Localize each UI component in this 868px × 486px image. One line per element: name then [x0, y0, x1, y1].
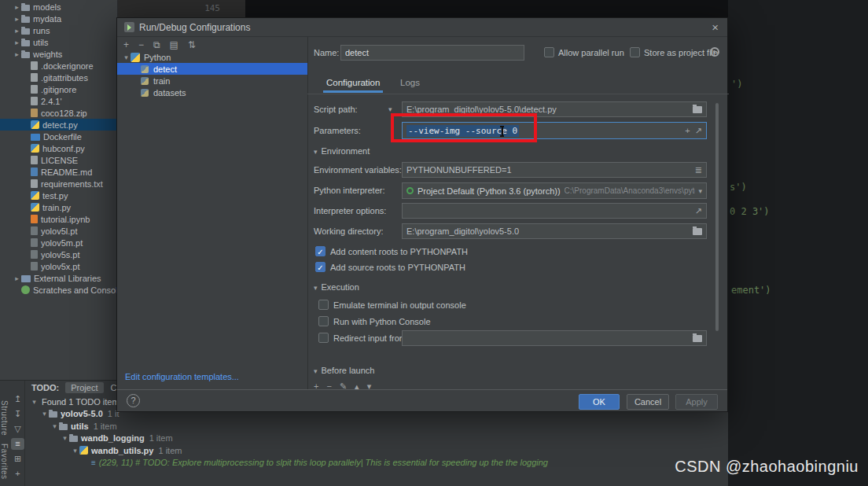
config-item-detect[interactable]: detect	[117, 63, 307, 75]
redirect-input-field[interactable]	[402, 330, 707, 346]
project-tree-item-models[interactable]: ▸models	[0, 1, 117, 13]
before-launch-section-header[interactable]: ▾Before launch	[314, 366, 374, 375]
project-tree-item-dockerfile[interactable]: Dockerfile	[0, 131, 117, 142]
tree-node-label: Python	[144, 53, 171, 62]
env-vars-label: Environment variables:	[314, 165, 402, 175]
project-tree-item-scratches-and-consoles[interactable]: Scratches and Consoles	[0, 284, 117, 296]
expand-field-icon[interactable]: ↗	[695, 126, 702, 136]
editor-code-area-right	[728, 0, 868, 486]
code-fragment: ')	[731, 79, 742, 90]
todo-tool-icon[interactable]: ≡	[11, 438, 24, 450]
project-tree-item-external-libraries[interactable]: ▸External Libraries	[0, 272, 117, 284]
project-tree-item-coco128-zip[interactable]: coco128.zip	[0, 107, 117, 119]
todo-tree-row[interactable]: ▾utils1 item	[25, 420, 728, 433]
run-config-icon	[124, 22, 134, 32]
emulate-terminal-checkbox[interactable]	[318, 300, 329, 310]
project-tree-item-yolov5m-pt[interactable]: yolov5m.pt	[0, 237, 117, 249]
project-tree-item-yolov5l-pt[interactable]: yolov5l.pt	[0, 225, 117, 237]
tool-tab-favorites[interactable]: Favorites	[0, 444, 9, 480]
project-tree-item-yolov5s-pt[interactable]: yolov5s.pt	[0, 249, 117, 260]
browse-env-vars-icon[interactable]: ≣	[695, 165, 702, 175]
ok-button[interactable]: OK	[579, 394, 620, 410]
tool-tab-structure[interactable]: Structure	[0, 400, 9, 436]
config-item-datasets[interactable]: datasets	[117, 87, 307, 98]
parameters-label: Parameters:	[314, 126, 361, 135]
add-content-roots-checkbox[interactable]: ✓	[315, 246, 326, 256]
folder-icon	[49, 411, 57, 418]
chevron-down-icon: ▾	[314, 367, 318, 375]
browse-folder-icon[interactable]	[693, 335, 702, 342]
sort-configurations-icon[interactable]: ⇅	[188, 39, 196, 51]
dialog-footer: ? OK Cancel Apply	[117, 389, 727, 411]
copy-configuration-icon[interactable]: ⧉	[153, 39, 160, 51]
apply-button[interactable]: Apply	[675, 394, 718, 410]
allow-parallel-checkbox[interactable]	[544, 47, 554, 57]
save-configuration-icon[interactable]: ▤	[170, 39, 178, 51]
store-project-checkbox[interactable]	[630, 47, 640, 57]
project-tree-item-yolov5x-pt[interactable]: yolov5x.pt	[0, 260, 117, 272]
tab-logs[interactable]: Logs	[397, 73, 423, 93]
add-configuration-icon[interactable]: +	[123, 39, 129, 51]
project-tree-item-tutorial-ipynb[interactable]: tutorial.ipynb	[0, 213, 117, 225]
run-python-console-checkbox[interactable]	[318, 316, 329, 326]
interpreter-select[interactable]: Project Default (Python 3.6 (pytorch)) C…	[402, 182, 707, 199]
edit-templates-link[interactable]: Edit configuration templates...	[125, 372, 239, 381]
name-input[interactable]: detect	[340, 45, 524, 61]
project-tree-item-hubconf-py[interactable]: hubconf.py	[0, 142, 117, 154]
filter-icon[interactable]: ▽	[11, 423, 24, 435]
project-tree-item-readme-md[interactable]: README.md	[0, 166, 117, 178]
config-label: detect	[153, 64, 177, 74]
todo-tree-row[interactable]: ≡(229, 11) # TODO: Explore multiprocessi…	[25, 457, 728, 469]
remove-configuration-icon[interactable]: −	[138, 39, 144, 51]
gear-icon[interactable]	[710, 47, 719, 57]
insert-macro-icon[interactable]: +	[685, 126, 690, 135]
working-dir-input[interactable]: E:\program_digitol\yolov5-5.0	[402, 223, 707, 239]
collapse-all-icon[interactable]: ↥	[11, 393, 24, 405]
project-tree-item-dockerignore[interactable]: .dockerignore	[0, 60, 117, 72]
help-button[interactable]: ?	[127, 394, 140, 407]
tree-node-python[interactable]: ▾ Python	[117, 51, 307, 63]
add-content-roots-label: Add content roots to PYTHONPATH	[330, 247, 468, 256]
run-debug-configurations-dialog: Run/Debug Configurations × +−⧉▤⇅ ▾ Pytho…	[116, 17, 728, 412]
env-vars-input[interactable]: PYTHONUNBUFFERED=1 ≣	[402, 162, 707, 178]
tool-window-bar: Structure Favorites ↥↧▽≡⊞+	[0, 381, 25, 486]
config-item-train[interactable]: train	[117, 75, 307, 87]
project-tree-item-gitattributes[interactable]: .gitattributes	[0, 72, 117, 83]
expand-field-icon[interactable]: ↗	[695, 206, 702, 216]
project-tree-item-utils[interactable]: ▸utils	[0, 36, 117, 48]
library-icon	[21, 275, 31, 282]
expand-all-icon[interactable]: ↧	[11, 408, 24, 420]
interpreter-options-input[interactable]: ↗	[402, 203, 707, 219]
redirect-input-checkbox[interactable]	[318, 333, 329, 343]
python-icon	[31, 144, 39, 153]
project-tree-item-detect-py[interactable]: detect.py	[0, 119, 117, 131]
add-source-roots-checkbox[interactable]: ✓	[315, 262, 326, 272]
group-by-icon[interactable]: ⊞	[11, 453, 24, 465]
browse-folder-icon[interactable]	[693, 228, 702, 235]
todo-tree-row[interactable]: ▾wandb_utils.py1 item	[25, 444, 728, 457]
add-icon[interactable]: +	[11, 468, 24, 480]
environment-section-header[interactable]: ▾Environment	[314, 146, 370, 156]
project-tree-item-test-py[interactable]: test.py	[0, 190, 117, 201]
project-tree-item-gitignore[interactable]: .gitignore	[0, 83, 117, 95]
todo-tree-row[interactable]: ▾wandb_logging1 item	[25, 433, 728, 445]
item-label: .gitattributes	[41, 73, 88, 83]
dialog-titlebar[interactable]: Run/Debug Configurations ×	[117, 18, 727, 37]
project-tree-item-train-py[interactable]: train.py	[0, 201, 117, 213]
todo-toolbar: ↥↧▽≡⊞+	[10, 393, 25, 480]
project-tree-item-requirements-txt[interactable]: requirements.txt	[0, 178, 117, 190]
todo-tab-project[interactable]: Project	[65, 382, 103, 393]
execution-section-header[interactable]: ▾Execution	[314, 282, 359, 292]
todo-count: 1 item	[158, 446, 182, 455]
form-scrollbar[interactable]	[715, 103, 719, 331]
project-tree-item-weights[interactable]: ▸weights	[0, 48, 117, 60]
browse-folder-icon[interactable]	[693, 106, 702, 113]
project-tree-item-2-4-1[interactable]: 2.4.1'	[0, 95, 117, 107]
project-tree-item-license[interactable]: LICENSE	[0, 154, 117, 166]
cancel-button[interactable]: Cancel	[627, 394, 669, 410]
project-tree-item-mydata[interactable]: ▸mydata	[0, 13, 117, 24]
project-tree-item-runs[interactable]: ▸runs	[0, 24, 117, 36]
script-path-dropdown-icon[interactable]: ▾	[388, 105, 392, 113]
tab-configuration[interactable]: Configuration	[323, 73, 383, 93]
close-icon[interactable]: ×	[712, 20, 719, 34]
